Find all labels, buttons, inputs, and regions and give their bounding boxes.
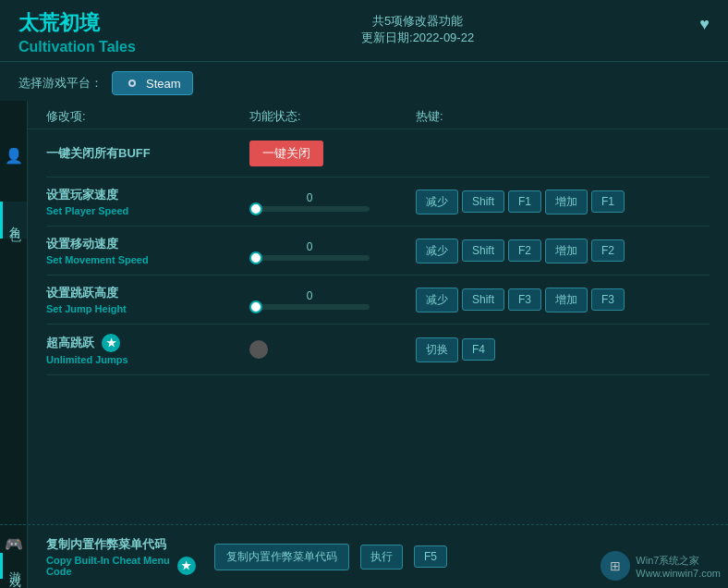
shift-key-3[interactable]: Shift [462,288,504,311]
game-title-en: Cultivation Tales [18,39,136,55]
mod-cn-3: 设置跳跃高度 [46,285,249,301]
header: 太荒初境 Cultivation Tales 共5项修改器功能 更新日期:202… [0,0,728,62]
slider-value-1: 0 [249,191,370,204]
svg-point-2 [130,81,134,85]
mod-cn-0: 一键关闭所有BUFF [46,145,249,162]
slider-thumb-1[interactable] [249,202,262,215]
favorite-icon[interactable]: ♥ [699,15,710,33]
f1-key-1a[interactable]: F1 [508,190,541,213]
mod-status-col-2: 0 [249,240,416,261]
execute-button[interactable]: 执行 [360,545,403,570]
slider-container-3: 0 [249,289,370,310]
copy-code-button[interactable]: 复制内置作弊菜单代码 [214,544,349,570]
toggle-circle-4[interactable] [249,340,268,359]
f2-key-2a[interactable]: F2 [508,239,541,262]
col-header-hotkey: 热键: [416,108,710,125]
mod-rows-list: 一键关闭所有BUFF 一键关闭 设置玩家速度 Set Player Speed [28,129,728,524]
mod-cn-4: 超高跳跃 [46,335,94,351]
mod-hotkey-col-3: 减少 Shift F3 增加 F3 [416,288,710,312]
table-row: 设置玩家速度 Set Player Speed 0 减少 [46,178,710,227]
bottom-mod-cn: 复制内置作弊菜单代码 [46,536,166,553]
mod-hotkey-col-2: 减少 Shift F2 增加 F2 [416,239,710,263]
slider-track-2[interactable] [249,255,370,261]
game-title-cn: 太荒初境 [18,9,136,37]
steam-label: Steam [146,77,181,91]
column-headers: 修改项: 功能状态: 热键: [28,101,728,129]
f1-key-1b[interactable]: F1 [591,190,625,213]
increase-btn-3[interactable]: 增加 [545,288,588,312]
table-row: 设置移动速度 Set Movement Speed 0 [46,227,710,276]
decrease-btn-3[interactable]: 减少 [416,288,458,312]
mod-hotkey-col-1: 减少 Shift F1 增加 F1 [416,190,710,214]
mod-status-col-0: 一键关闭 [249,141,416,166]
mod-name-col-1: 设置玩家速度 Set Player Speed [46,187,249,216]
steam-button[interactable]: Steam [112,71,193,95]
bottom-mod-en: Copy Built-In Cheat MenuCode [46,555,170,577]
table-row: 设置跳跃高度 Set Jump Height 0 减少 [46,276,710,325]
sidebar-tab-character[interactable]: 角色 [0,202,27,239]
mod-cn-2: 设置移动速度 [46,236,249,252]
gamepad-icon: 🎮 [5,535,23,553]
slider-container-2: 0 [249,240,370,261]
slider-container-1: 0 [249,191,370,212]
steam-logo-icon [124,75,140,92]
mod-status-col-3: 0 [249,289,416,310]
decrease-btn-1[interactable]: 减少 [416,190,458,214]
col-header-mod: 修改项: [46,108,249,125]
shift-key-1[interactable]: Shift [462,190,504,213]
header-center: 共5项修改器功能 更新日期:2022-09-22 [361,9,474,46]
mod-en-4: Unlimited Jumps [46,354,249,365]
content-area: 👤 角色 修改项: 功能状态: 热键: 一键关闭所有BUFF 一键关闭 [0,101,728,524]
star-badge-bottom: ★ [177,557,196,575]
slider-thumb-3[interactable] [249,300,262,313]
sidebar-tab-game[interactable]: 游戏 [0,553,27,579]
increase-btn-2[interactable]: 增加 [545,239,588,263]
sidebar: 👤 角色 [0,101,28,524]
main-container: 太荒初境 Cultivation Tales 共5项修改器功能 更新日期:202… [0,0,728,588]
mod-en-1: Set Player Speed [46,205,249,216]
mod-hotkey-col-4: 切换 F4 [416,337,710,362]
watermark-line1: Win7系统之家 [636,554,721,568]
mod-name-col-2: 设置移动速度 Set Movement Speed [46,236,249,265]
bottom-mod-name: 复制内置作弊菜单代码 Copy Built-In Cheat MenuCode … [46,536,203,577]
f4-key-4[interactable]: F4 [462,338,495,361]
toggle-button-0[interactable]: 一键关闭 [249,141,323,166]
watermark: ⊞ Win7系统之家 Www.winwin7.com [601,551,721,581]
slider-value-2: 0 [249,240,370,253]
toggle-key-4[interactable]: 切换 [416,337,458,362]
mod-name-col-4: 超高跳跃 ★ Unlimited Jumps [46,334,249,365]
mod-cn-1: 设置玩家速度 [46,187,249,203]
platform-section: 选择游戏平台： Steam [0,62,728,101]
table-row: 一键关闭所有BUFF 一键关闭 [46,129,710,178]
slider-thumb-2[interactable] [249,251,262,264]
mod-status-col-1: 0 [249,191,416,212]
shift-key-2[interactable]: Shift [462,239,504,262]
f5-key[interactable]: F5 [414,545,447,568]
table-row: 超高跳跃 ★ Unlimited Jumps 切换 F4 [46,325,710,375]
mod-en-3: Set Jump Height [46,303,249,314]
main-panel: 修改项: 功能状态: 热键: 一键关闭所有BUFF 一键关闭 [28,101,728,524]
slider-value-3: 0 [249,289,370,302]
slider-track-1[interactable] [249,206,370,212]
character-icon: 👤 [5,147,23,165]
mod-name-col-0: 一键关闭所有BUFF [46,145,249,162]
header-left: 太荒初境 Cultivation Tales [18,9,136,55]
f3-key-3b[interactable]: F3 [591,288,625,311]
f2-key-2b[interactable]: F2 [591,239,625,262]
increase-btn-1[interactable]: 增加 [545,190,588,214]
header-meta-count: 共5项修改器功能 [372,13,463,30]
f3-key-3a[interactable]: F3 [508,288,541,311]
platform-label: 选择游戏平台： [18,75,103,92]
slider-track-3[interactable] [249,304,370,310]
star-badge-4: ★ [102,334,120,352]
header-meta-date: 更新日期:2022-09-22 [361,30,474,46]
bottom-sidebar: 🎮 游戏 [0,525,28,588]
col-header-status: 功能状态: [249,108,416,125]
watermark-logo: ⊞ [601,551,630,581]
mod-status-col-4 [249,340,416,359]
watermark-line2: Www.winwin7.com [636,568,721,579]
mod-en-2: Set Movement Speed [46,254,249,265]
header-right: ♥ [699,9,710,34]
decrease-btn-2[interactable]: 减少 [416,239,458,263]
mod-name-col-3: 设置跳跃高度 Set Jump Height [46,285,249,314]
